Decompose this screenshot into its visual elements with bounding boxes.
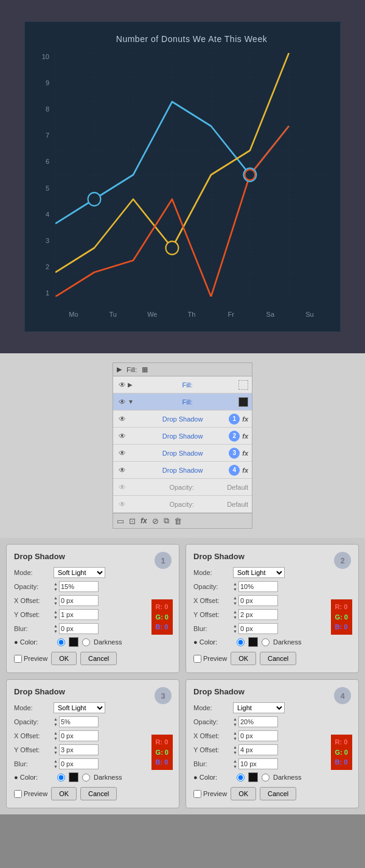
- eye-icon-4[interactable]: 👁: [117, 432, 128, 440]
- eye-icon-3[interactable]: 👁: [117, 415, 128, 423]
- fx-footer-icon[interactable]: fx: [141, 517, 147, 525]
- xoffset-spinner-1[interactable]: ▲▼: [54, 595, 58, 606]
- preview-check-4[interactable]: [193, 790, 201, 798]
- yoffset-input-2[interactable]: 2 px: [238, 609, 278, 620]
- mode-select-2[interactable]: Soft Light: [233, 567, 285, 578]
- darkness-radio-4[interactable]: [262, 774, 269, 782]
- cancel-button-1[interactable]: Cancel: [80, 652, 117, 665]
- yoffset-wrap-4: ▲▼ 4 px: [233, 744, 278, 755]
- ok-button-1[interactable]: OK: [51, 652, 77, 665]
- color-radio-4[interactable]: [237, 774, 245, 782]
- rect-icon[interactable]: ▭: [117, 517, 124, 526]
- blur-input-1[interactable]: 0 px: [59, 623, 99, 634]
- ok-button-4[interactable]: OK: [231, 787, 256, 800]
- preview-check-3[interactable]: [14, 790, 22, 798]
- xoffset-input-1[interactable]: 0 px: [59, 595, 99, 606]
- eye-icon-1[interactable]: 👁: [117, 381, 128, 389]
- layers-row-opacity1[interactable]: 👁 Opacity: Default: [113, 479, 252, 496]
- xoffset-input-2[interactable]: 0 px: [238, 595, 278, 606]
- layers-row-shadow1[interactable]: 👁 Drop Shadow 1 fx: [113, 411, 252, 428]
- no-icon[interactable]: ⊘: [152, 517, 159, 526]
- layers-row-shadow2[interactable]: 👁 Drop Shadow 2 fx: [113, 428, 252, 445]
- cancel-button-2[interactable]: Cancel: [260, 652, 296, 665]
- darkness-radio-3[interactable]: [82, 774, 90, 782]
- color-swatch-3[interactable]: [69, 772, 78, 782]
- trash-icon[interactable]: 🗑: [174, 517, 182, 526]
- color-radio-3[interactable]: [57, 774, 65, 782]
- cancel-button-4[interactable]: Cancel: [260, 787, 296, 800]
- xoffset-row-2: X Offset: ▲▼ 0 px: [193, 595, 351, 606]
- blur-input-3[interactable]: 0 px: [59, 758, 99, 769]
- color-swatch-2[interactable]: [248, 637, 258, 647]
- layers-row-fill2[interactable]: 👁 ▼ Fill:: [113, 393, 252, 411]
- opacity-spinner-3[interactable]: ▲▼: [54, 716, 58, 727]
- layers-row-shadow4[interactable]: 👁 Drop Shadow 4 fx: [113, 462, 252, 479]
- eye-icon-6[interactable]: 👁: [117, 466, 128, 475]
- eye-icon-8[interactable]: 👁: [117, 500, 128, 509]
- blur-spinner-1[interactable]: ▲▼: [54, 623, 58, 634]
- opacity-spinner-1[interactable]: ▲▼: [54, 581, 58, 592]
- color-swatch-1[interactable]: [69, 637, 78, 647]
- layers-row-fill1[interactable]: 👁 ▶ Fill:: [113, 376, 252, 393]
- mode-select-3[interactable]: Soft Light: [54, 702, 105, 713]
- color-radio-1[interactable]: [57, 638, 65, 646]
- eye-icon-2[interactable]: 👁: [117, 398, 128, 406]
- xoffset-spinner-3[interactable]: ▲▼: [54, 730, 58, 741]
- preview-check-2[interactable]: [193, 655, 201, 663]
- yoffset-spinner-4[interactable]: ▲▼: [233, 744, 237, 755]
- panel-title-4: Drop Shadow: [193, 687, 351, 696]
- blur-row-4: Blur: ▲▼ 10 px R: 0 G: 0 B: 0: [193, 758, 351, 769]
- blur-wrap-3: ▲▼ 0 px: [54, 758, 99, 769]
- copy-icon[interactable]: ⧉: [164, 516, 169, 526]
- svg-point-1: [88, 192, 101, 206]
- opacity-input-3[interactable]: 5%: [59, 716, 99, 727]
- cancel-button-3[interactable]: Cancel: [80, 787, 117, 800]
- darkness-radio-1[interactable]: [82, 638, 90, 646]
- merge-icon[interactable]: ⊡: [129, 517, 136, 526]
- opacity-input-4[interactable]: 20%: [238, 716, 278, 727]
- eye-icon-5[interactable]: 👁: [117, 449, 128, 457]
- blur-spinner-2[interactable]: ▲▼: [233, 623, 237, 634]
- opacity-input-2[interactable]: 10%: [238, 581, 278, 592]
- color-section-3: ● Color: Darkness: [14, 772, 172, 782]
- ok-button-3[interactable]: OK: [51, 787, 77, 800]
- opacity-input-1[interactable]: 15%: [59, 581, 99, 592]
- rgb-badge-1: R: 0 G: 0 B: 0: [151, 599, 173, 635]
- opacity-spinner-2[interactable]: ▲▼: [233, 581, 237, 592]
- color-section-2: ● Color: Darkness: [193, 637, 351, 647]
- y-label-7: 7: [34, 132, 49, 139]
- yoffset-input-3[interactable]: 3 px: [59, 744, 99, 755]
- eye-icon-7[interactable]: 👁: [117, 483, 128, 492]
- mode-select-4[interactable]: Light Soft Light: [233, 702, 285, 713]
- yoffset-input-1[interactable]: 1 px: [59, 609, 99, 620]
- layers-row-opacity2[interactable]: 👁 Opacity: Default: [113, 496, 252, 513]
- color-swatch-4[interactable]: [248, 772, 258, 782]
- shadow-panel-3: Drop Shadow 3 Mode: Soft Light Opacity: …: [6, 679, 179, 808]
- x-label-fr: Fr: [213, 311, 249, 318]
- color-radio-2[interactable]: [237, 638, 245, 646]
- blur-label-2: Blur:: [193, 625, 233, 632]
- yoffset-spinner-3[interactable]: ▲▼: [54, 744, 58, 755]
- yoffset-spinner-1[interactable]: ▲▼: [54, 609, 58, 620]
- opacity-spinner-4[interactable]: ▲▼: [233, 716, 237, 727]
- rgb-badge-2: R: 0 G: 0 B: 0: [331, 599, 352, 635]
- blur-input-4[interactable]: 10 px: [238, 758, 278, 769]
- xoffset-input-3[interactable]: 0 px: [59, 730, 99, 741]
- opacity-row-3: Opacity: ▲▼ 5%: [14, 716, 172, 727]
- blur-spinner-4[interactable]: ▲▼: [233, 758, 237, 769]
- yoffset-spinner-2[interactable]: ▲▼: [233, 609, 237, 620]
- darkness-radio-2[interactable]: [262, 638, 269, 646]
- ok-button-2[interactable]: OK: [231, 652, 256, 665]
- r-val-1: R: 0: [156, 603, 169, 610]
- blur-input-2[interactable]: 0 px: [238, 623, 278, 634]
- layers-row-shadow3[interactable]: 👁 Drop Shadow 3 fx: [113, 445, 252, 462]
- darkness-label-2: Darkness: [273, 638, 301, 646]
- mode-select-1[interactable]: Soft Light: [54, 567, 105, 578]
- blur-spinner-3[interactable]: ▲▼: [54, 758, 58, 769]
- xoffset-spinner-2[interactable]: ▲▼: [233, 595, 237, 606]
- yoffset-input-4[interactable]: 4 px: [238, 744, 278, 755]
- xoffset-input-4[interactable]: 0 px: [238, 730, 278, 741]
- preview-check-1[interactable]: [14, 655, 22, 663]
- xoffset-spinner-4[interactable]: ▲▼: [233, 730, 237, 741]
- mode-row-3: Mode: Soft Light: [14, 702, 172, 713]
